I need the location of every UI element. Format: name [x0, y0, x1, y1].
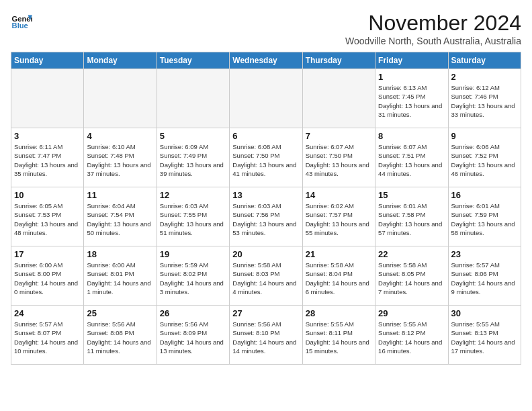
day-number: 4 [87, 131, 153, 141]
day-info: Sunrise: 6:09 AM Sunset: 7:49 PM Dayligh… [160, 142, 226, 178]
day-of-week-header: Saturday [448, 52, 521, 69]
day-number: 10 [14, 190, 81, 200]
calendar-cell: 16Sunrise: 6:01 AM Sunset: 7:59 PM Dayli… [448, 187, 521, 246]
day-info: Sunrise: 6:02 AM Sunset: 7:57 PM Dayligh… [306, 201, 372, 237]
calendar-week-row: 17Sunrise: 6:00 AM Sunset: 8:00 PM Dayli… [11, 246, 521, 306]
day-info: Sunrise: 6:01 AM Sunset: 7:59 PM Dayligh… [451, 201, 518, 237]
page-header: General Blue November 2024 Woodville Nor… [11, 11, 521, 46]
calendar-week-row: 10Sunrise: 6:05 AM Sunset: 7:53 PM Dayli… [11, 187, 521, 246]
day-of-week-header: Tuesday [157, 52, 229, 69]
day-number: 23 [451, 249, 518, 259]
day-info: Sunrise: 6:07 AM Sunset: 7:51 PM Dayligh… [378, 142, 445, 178]
day-info: Sunrise: 6:10 AM Sunset: 7:48 PM Dayligh… [87, 142, 153, 178]
calendar-cell: 13Sunrise: 6:03 AM Sunset: 7:56 PM Dayli… [230, 187, 302, 246]
day-info: Sunrise: 6:11 AM Sunset: 7:47 PM Dayligh… [14, 142, 81, 178]
day-of-week-header: Thursday [302, 52, 375, 69]
day-info: Sunrise: 5:58 AM Sunset: 8:04 PM Dayligh… [306, 261, 372, 296]
day-number: 28 [306, 308, 372, 318]
day-info: Sunrise: 6:01 AM Sunset: 7:58 PM Dayligh… [378, 201, 445, 237]
calendar-cell [84, 69, 157, 128]
day-number: 20 [232, 249, 299, 259]
day-info: Sunrise: 5:56 AM Sunset: 8:09 PM Dayligh… [160, 320, 226, 355]
calendar-cell [11, 69, 84, 128]
day-info: Sunrise: 5:58 AM Sunset: 8:03 PM Dayligh… [232, 261, 299, 296]
day-info: Sunrise: 5:58 AM Sunset: 8:05 PM Dayligh… [378, 261, 445, 296]
day-info: Sunrise: 6:04 AM Sunset: 7:54 PM Dayligh… [87, 201, 153, 237]
day-info: Sunrise: 5:57 AM Sunset: 8:06 PM Dayligh… [451, 261, 518, 296]
day-info: Sunrise: 6:13 AM Sunset: 7:45 PM Dayligh… [378, 83, 445, 119]
day-number: 27 [232, 308, 299, 318]
day-number: 25 [87, 308, 153, 318]
calendar-cell: 17Sunrise: 6:00 AM Sunset: 8:00 PM Dayli… [11, 246, 84, 306]
day-number: 17 [14, 249, 81, 259]
calendar-table: SundayMondayTuesdayWednesdayThursdayFrid… [11, 52, 521, 365]
day-info: Sunrise: 5:56 AM Sunset: 8:08 PM Dayligh… [87, 320, 153, 355]
day-number: 12 [160, 190, 226, 200]
calendar-cell: 8Sunrise: 6:07 AM Sunset: 7:51 PM Daylig… [375, 128, 448, 187]
day-info: Sunrise: 6:07 AM Sunset: 7:50 PM Dayligh… [306, 142, 372, 178]
day-number: 18 [87, 249, 153, 259]
day-info: Sunrise: 6:06 AM Sunset: 7:52 PM Dayligh… [451, 142, 518, 178]
day-number: 13 [232, 190, 299, 200]
location: Woodville North, South Australia, Austra… [345, 36, 521, 46]
day-number: 7 [306, 131, 372, 141]
calendar-cell: 19Sunrise: 5:59 AM Sunset: 8:02 PM Dayli… [157, 246, 229, 306]
calendar-cell: 28Sunrise: 5:55 AM Sunset: 8:11 PM Dayli… [302, 306, 375, 365]
day-number: 9 [451, 131, 518, 141]
calendar-cell: 21Sunrise: 5:58 AM Sunset: 8:04 PM Dayli… [302, 246, 375, 306]
calendar-cell: 11Sunrise: 6:04 AM Sunset: 7:54 PM Dayli… [84, 187, 157, 246]
calendar-cell: 5Sunrise: 6:09 AM Sunset: 7:49 PM Daylig… [157, 128, 229, 187]
day-number: 15 [378, 190, 445, 200]
day-info: Sunrise: 6:00 AM Sunset: 8:00 PM Dayligh… [14, 261, 81, 296]
svg-text:Blue: Blue [12, 21, 28, 30]
calendar-cell [230, 69, 302, 128]
calendar-cell: 20Sunrise: 5:58 AM Sunset: 8:03 PM Dayli… [230, 246, 302, 306]
day-of-week-header: Friday [375, 52, 448, 69]
day-number: 30 [451, 308, 518, 318]
calendar-cell: 29Sunrise: 5:55 AM Sunset: 8:12 PM Dayli… [375, 306, 448, 365]
day-number: 29 [378, 308, 445, 318]
day-number: 21 [306, 249, 372, 259]
day-number: 3 [14, 131, 81, 141]
calendar-cell: 14Sunrise: 6:02 AM Sunset: 7:57 PM Dayli… [302, 187, 375, 246]
day-info: Sunrise: 5:55 AM Sunset: 8:12 PM Dayligh… [378, 320, 445, 355]
calendar-cell: 27Sunrise: 5:56 AM Sunset: 8:10 PM Dayli… [230, 306, 302, 365]
calendar-cell: 18Sunrise: 6:00 AM Sunset: 8:01 PM Dayli… [84, 246, 157, 306]
calendar-cell: 9Sunrise: 6:06 AM Sunset: 7:52 PM Daylig… [448, 128, 521, 187]
day-info: Sunrise: 6:03 AM Sunset: 7:55 PM Dayligh… [160, 201, 226, 237]
day-number: 14 [306, 190, 372, 200]
day-info: Sunrise: 5:56 AM Sunset: 8:10 PM Dayligh… [232, 320, 299, 355]
day-number: 8 [378, 131, 445, 141]
logo-icon: General Blue [11, 11, 32, 32]
day-number: 22 [378, 249, 445, 259]
day-of-week-header: Sunday [11, 52, 84, 69]
calendar-week-row: 1Sunrise: 6:13 AM Sunset: 7:45 PM Daylig… [11, 69, 521, 128]
calendar-cell: 23Sunrise: 5:57 AM Sunset: 8:06 PM Dayli… [448, 246, 521, 306]
calendar-cell: 7Sunrise: 6:07 AM Sunset: 7:50 PM Daylig… [302, 128, 375, 187]
calendar-cell: 26Sunrise: 5:56 AM Sunset: 8:09 PM Dayli… [157, 306, 229, 365]
day-info: Sunrise: 6:12 AM Sunset: 7:46 PM Dayligh… [451, 83, 518, 119]
calendar-cell: 1Sunrise: 6:13 AM Sunset: 7:45 PM Daylig… [375, 69, 448, 128]
calendar-cell: 3Sunrise: 6:11 AM Sunset: 7:47 PM Daylig… [11, 128, 84, 187]
calendar-header-row: SundayMondayTuesdayWednesdayThursdayFrid… [11, 52, 521, 69]
calendar-week-row: 3Sunrise: 6:11 AM Sunset: 7:47 PM Daylig… [11, 128, 521, 187]
day-info: Sunrise: 5:59 AM Sunset: 8:02 PM Dayligh… [160, 261, 226, 296]
logo: General Blue [11, 11, 32, 32]
day-info: Sunrise: 5:55 AM Sunset: 8:11 PM Dayligh… [306, 320, 372, 355]
calendar-cell: 24Sunrise: 5:57 AM Sunset: 8:07 PM Dayli… [11, 306, 84, 365]
calendar-cell: 4Sunrise: 6:10 AM Sunset: 7:48 PM Daylig… [84, 128, 157, 187]
day-number: 6 [232, 131, 299, 141]
calendar-cell: 22Sunrise: 5:58 AM Sunset: 8:05 PM Dayli… [375, 246, 448, 306]
calendar-cell: 10Sunrise: 6:05 AM Sunset: 7:53 PM Dayli… [11, 187, 84, 246]
calendar-cell: 30Sunrise: 5:55 AM Sunset: 8:13 PM Dayli… [448, 306, 521, 365]
calendar-cell: 6Sunrise: 6:08 AM Sunset: 7:50 PM Daylig… [230, 128, 302, 187]
calendar-week-row: 24Sunrise: 5:57 AM Sunset: 8:07 PM Dayli… [11, 306, 521, 365]
calendar-cell [302, 69, 375, 128]
day-of-week-header: Monday [84, 52, 157, 69]
day-number: 16 [451, 190, 518, 200]
day-number: 11 [87, 190, 153, 200]
title-block: November 2024 Woodville North, South Aus… [345, 11, 521, 46]
day-number: 19 [160, 249, 226, 259]
day-info: Sunrise: 6:05 AM Sunset: 7:53 PM Dayligh… [14, 201, 81, 237]
day-info: Sunrise: 5:57 AM Sunset: 8:07 PM Dayligh… [14, 320, 81, 355]
